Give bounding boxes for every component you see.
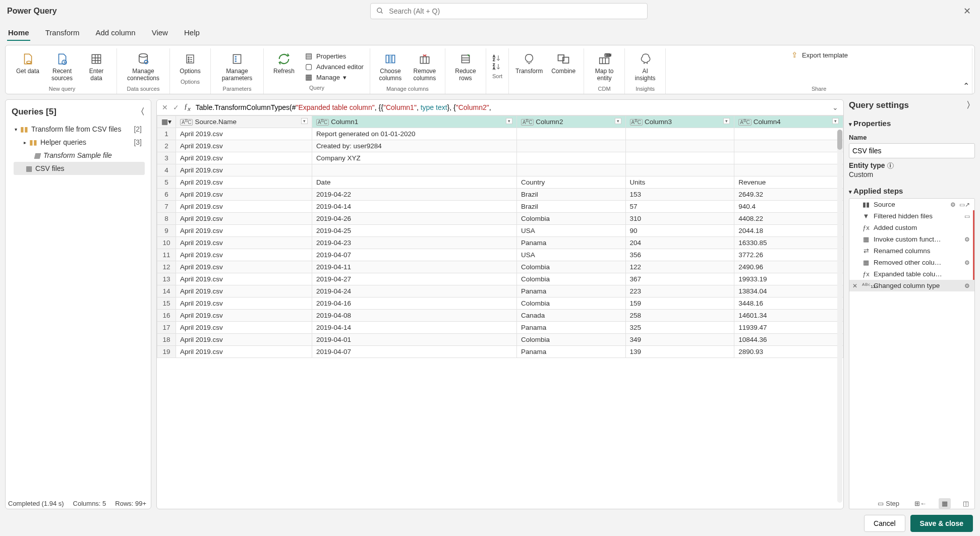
row-number[interactable]: 17 (157, 321, 176, 333)
cell[interactable] (734, 164, 843, 176)
sort-asc-button[interactable]: AZ (493, 54, 502, 62)
query-folder-helper[interactable]: ▸ ▮▮ Helper queries [3] (12, 136, 145, 149)
cell[interactable]: 4408.22 (734, 212, 843, 224)
data-grid[interactable]: ▦▾ABCSource.Name▾ABCColumn1▾ABCColumn2▾A… (157, 115, 843, 358)
formula-bar[interactable]: Table.TransformColumnTypes(#"Expanded ta… (196, 103, 827, 111)
cell[interactable]: 2490.96 (734, 261, 843, 273)
cell[interactable]: 2019-04-26 (312, 212, 516, 224)
table-row[interactable]: 11April 2019.csv2019-04-07USA3563772.26 (157, 249, 843, 261)
cell[interactable]: 14601.34 (734, 309, 843, 321)
cell[interactable]: Brazil (516, 200, 625, 212)
cell[interactable]: 139 (625, 345, 734, 358)
cell[interactable]: 2019-04-01 (312, 333, 516, 345)
applied-step[interactable]: ▮▮Source⚙▭↗ (849, 199, 974, 210)
column-filter-button[interactable]: ▾ (832, 118, 839, 124)
cell[interactable]: Brazil (516, 188, 625, 200)
cell[interactable]: April 2019.csv (176, 285, 312, 297)
info-icon[interactable]: i (887, 162, 894, 169)
cell[interactable]: Company XYZ (312, 152, 516, 164)
properties-button[interactable]: ▤Properties (304, 51, 346, 61)
cell[interactable]: Panama (516, 236, 625, 249)
cell[interactable] (516, 140, 625, 152)
table-row[interactable]: 12April 2019.csv2019-04-11Colombia122249… (157, 261, 843, 273)
cell[interactable]: 2019-04-11 (312, 261, 516, 273)
cell[interactable]: 356 (625, 249, 734, 261)
manage-button[interactable]: ▦Manage ▾ (304, 73, 347, 82)
row-number[interactable]: 16 (157, 309, 176, 321)
row-number[interactable]: 1 (157, 128, 176, 140)
tab-transform[interactable]: Transform (44, 25, 81, 41)
query-transform-sample[interactable]: ▦ Transform Sample file (12, 149, 145, 162)
sort-desc-button[interactable]: ZA (493, 63, 502, 70)
cell[interactable]: April 2019.csv (176, 200, 312, 212)
column-header[interactable]: ABCColumn1▾ (312, 115, 516, 128)
row-number[interactable]: 7 (157, 200, 176, 212)
close-button[interactable]: ✕ (961, 4, 973, 19)
delete-step-icon[interactable]: ✕ (852, 282, 858, 289)
applied-step[interactable]: ▦Invoke custom funct…⚙ (849, 233, 974, 245)
cell[interactable]: 223 (625, 285, 734, 297)
cell[interactable]: April 2019.csv (176, 164, 312, 176)
manage-connections-button[interactable]: Manage connections (123, 49, 163, 83)
row-number[interactable]: 15 (157, 297, 176, 309)
cell[interactable]: 11939.47 (734, 321, 843, 333)
cell[interactable]: USA (516, 224, 625, 236)
advanced-editor-button[interactable]: ▢Advanced editor (304, 62, 364, 71)
cell[interactable] (625, 164, 734, 176)
step-action-icon[interactable]: ▭↗ (959, 201, 970, 208)
cell[interactable]: 367 (625, 273, 734, 285)
cell[interactable]: Canada (516, 309, 625, 321)
column-header[interactable]: ABCColumn4▾ (734, 115, 843, 128)
options-button[interactable]: Options (176, 49, 204, 76)
cell[interactable]: April 2019.csv (176, 297, 312, 309)
cell[interactable]: 3448.16 (734, 297, 843, 309)
cell[interactable]: 2019-04-27 (312, 273, 516, 285)
applied-step[interactable]: ✕ᴬᴮᶜ₁₂₃Changed column type⚙ (849, 280, 974, 291)
cell[interactable]: 16330.85 (734, 236, 843, 249)
cell[interactable] (734, 128, 843, 140)
cell[interactable]: Colombia (516, 212, 625, 224)
cell[interactable]: Panama (516, 345, 625, 358)
row-number[interactable]: 4 (157, 164, 176, 176)
cell[interactable]: April 2019.csv (176, 261, 312, 273)
cell[interactable]: Report generated on 01-01-2020 (312, 128, 516, 140)
cell[interactable] (625, 140, 734, 152)
column-filter-button[interactable]: ▾ (615, 118, 621, 124)
cell[interactable]: 2019-04-24 (312, 285, 516, 297)
table-row[interactable]: 6April 2019.csv2019-04-22Brazil1532649.3… (157, 188, 843, 200)
row-number[interactable]: 12 (157, 261, 176, 273)
cell[interactable]: April 2019.csv (176, 128, 312, 140)
table-row[interactable]: 3April 2019.csvCompany XYZ (157, 152, 843, 164)
row-number[interactable]: 19 (157, 345, 176, 358)
cell[interactable]: April 2019.csv (176, 212, 312, 224)
cell[interactable]: April 2019.csv (176, 140, 312, 152)
get-data-button[interactable]: Get data (14, 49, 42, 83)
cell[interactable]: April 2019.csv (176, 224, 312, 236)
table-row[interactable]: 1April 2019.csvReport generated on 01-01… (157, 128, 843, 140)
cell[interactable]: April 2019.csv (176, 152, 312, 164)
export-template-button[interactable]: ⇪Export template (790, 50, 848, 59)
cell[interactable] (516, 152, 625, 164)
reduce-rows-button[interactable]: Reduce rows (451, 49, 480, 83)
cell[interactable]: 90 (625, 224, 734, 236)
ribbon-collapse-button[interactable]: ⌃ (963, 81, 969, 91)
cell[interactable]: 310 (625, 212, 734, 224)
cell[interactable]: April 2019.csv (176, 321, 312, 333)
cell[interactable]: 2890.93 (734, 345, 843, 358)
applied-step[interactable]: ▼Filtered hidden files▭ (849, 210, 974, 222)
cell[interactable]: April 2019.csv (176, 236, 312, 249)
cell[interactable] (625, 128, 734, 140)
cell[interactable]: Date (312, 176, 516, 188)
row-number[interactable]: 10 (157, 236, 176, 249)
applied-steps-section[interactable]: Applied steps (849, 187, 975, 195)
table-row[interactable]: 4April 2019.csv (157, 164, 843, 176)
cell[interactable] (516, 128, 625, 140)
cell[interactable]: 2019-04-22 (312, 188, 516, 200)
table-corner[interactable]: ▦▾ (157, 115, 176, 128)
collapse-queries-button[interactable]: 〈 (136, 106, 145, 117)
cell[interactable]: Revenue (734, 176, 843, 188)
table-row[interactable]: 2April 2019.csvCreated by: user9284 (157, 140, 843, 152)
applied-step[interactable]: ▦Removed other colu…⚙ (849, 257, 974, 268)
formula-commit-icon[interactable]: ✓ (173, 103, 179, 111)
formula-cancel-icon[interactable]: ✕ (162, 103, 168, 111)
